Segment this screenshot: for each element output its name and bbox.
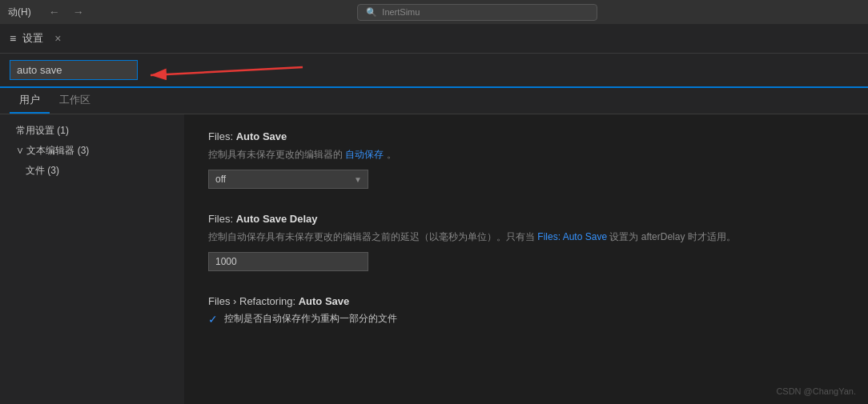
sidebar: 常用设置 (1) ∨ 文本编辑器 (3) 文件 (3) [0,114,184,404]
sidebar-item-editor[interactable]: ∨ 文本编辑器 (3) [0,141,184,161]
menu-label: 动(H) [8,6,31,19]
auto-save-select-wrapper: off afterDelay onFocusChange onWindowCha… [208,170,368,189]
section-auto-save-delay: Files: Auto Save Delay 控制自动保存具有未保存更改的编辑器… [208,213,844,271]
auto-save-delay-title: Files: Auto Save Delay [208,213,844,225]
sidebar-item-common[interactable]: 常用设置 (1) [0,121,184,141]
auto-save-delay-desc: 控制自动保存具有未保存更改的编辑器之前的延迟（以毫秒为单位）。只有当 Files… [208,230,844,244]
search-wrapper [10,60,138,80]
auto-save-delay-input[interactable] [208,252,368,271]
checkbox-label: 控制是否自动保存作为重构一部分的文件 [224,312,397,326]
sidebar-item-files[interactable]: 文件 (3) [0,161,184,181]
settings-header: ≡ 设置 × [0,24,868,54]
watermark: CSDN @ChangYan. [776,386,856,396]
titlebar: 动(H) ← → 🔍 InertSimu [0,0,868,24]
back-button[interactable]: ← [44,4,65,20]
auto-save-desc: 控制具有未保存更改的编辑器的 自动保存 。 [208,147,844,162]
checkbox-row: ✓ 控制是否自动保存作为重构一部分的文件 [208,312,844,326]
tabs-area: 用户 工作区 [0,88,868,114]
settings-close-button[interactable]: × [50,30,66,46]
section-auto-save: Files: Auto Save 控制具有未保存更改的编辑器的 自动保存 。 o… [208,130,844,189]
titlebar-search-text: InertSimu [382,7,420,17]
search-area [0,54,868,88]
forward-button[interactable]: → [68,4,89,20]
main-content: 常用设置 (1) ∨ 文本编辑器 (3) 文件 (3) Files: Auto … [0,114,868,404]
svg-line-1 [151,67,303,75]
refactoring-auto-save-title: Files › Refactoring: Auto Save [208,295,844,307]
auto-save-link[interactable]: 自动保存 [345,149,384,160]
nav-buttons: ← → [44,4,89,20]
auto-save-select[interactable]: off afterDelay onFocusChange onWindowCha… [208,170,368,189]
auto-save-title: Files: Auto Save [208,130,844,142]
tab-user[interactable]: 用户 [10,88,50,114]
section-refactoring-auto-save: Files › Refactoring: Auto Save ✓ 控制是否自动保… [208,295,844,326]
settings-title: 设置 [22,31,43,46]
settings-menu-icon: ≡ [10,32,16,45]
titlebar-search-box: 🔍 InertSimu [357,4,597,21]
checkbox-checked-icon: ✓ [208,313,218,326]
titlebar-search-area: 🔍 InertSimu [95,4,860,21]
settings-window: ≡ 设置 × 用户 工作区 常用设置 (1) ∨ 文本编辑器 (3) 文件 (3… [0,24,868,404]
content-panel: Files: Auto Save 控制具有未保存更改的编辑器的 自动保存 。 o… [184,114,868,404]
tab-workspace[interactable]: 工作区 [50,88,100,114]
search-icon: 🔍 [366,7,377,18]
auto-save-delay-link[interactable]: Files: Auto Save [537,231,607,242]
settings-search-input[interactable] [10,60,138,80]
